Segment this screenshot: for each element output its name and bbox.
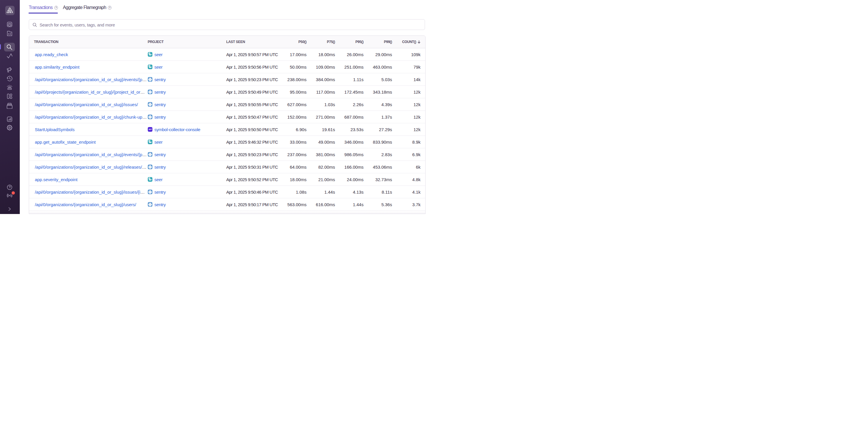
svg-text:.NET: .NET (148, 129, 152, 130)
